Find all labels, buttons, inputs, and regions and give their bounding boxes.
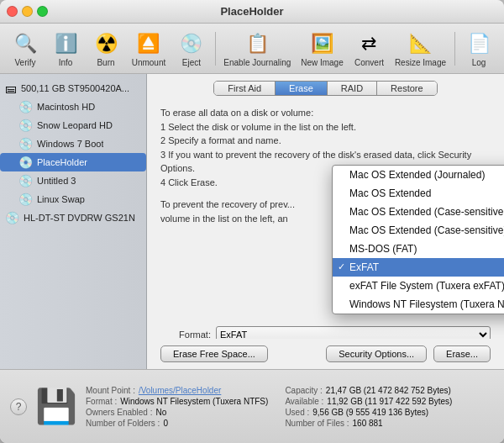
traffic-lights	[7, 6, 48, 17]
available-val: 11,92 GB (11 917 422 592 Bytes)	[327, 397, 452, 406]
sidebar-item-disk1[interactable]: 🖴 500,11 GB ST9500420A...	[0, 79, 146, 98]
enable-journaling-button[interactable]: 📋 Enable Journaling	[221, 27, 294, 71]
verify-button[interactable]: 🔍 Verify	[7, 27, 44, 71]
dropdown-item-exfat[interactable]: ExFAT	[333, 258, 504, 277]
new-image-icon: 🖼️	[308, 30, 335, 57]
info-columns: Mount Point : /Volumes/PlaceHolder Forma…	[86, 386, 494, 428]
erase-free-space-button[interactable]: Erase Free Space...	[160, 345, 268, 362]
available-key: Available :	[285, 397, 323, 406]
close-button[interactable]	[7, 6, 18, 17]
erase-button[interactable]: Erase...	[433, 345, 491, 362]
burn-icon: ☢️	[92, 30, 119, 57]
snow-leopard-icon: 💿	[18, 119, 33, 132]
windows-boot-icon: 💿	[18, 137, 33, 150]
convert-icon: ⇄	[355, 30, 382, 57]
log-icon: 📄	[465, 30, 492, 57]
right-buttons: Security Options... Erase...	[326, 345, 491, 362]
sidebar-item-untitled3[interactable]: 💿 Untitled 3	[0, 171, 146, 190]
unmount-button[interactable]: ⏏️ Unmount	[128, 27, 170, 71]
sidebar-linux-swap-label: Linux Swap	[37, 194, 85, 204]
help-button[interactable]: ?	[10, 398, 27, 415]
dropdown-item-mac-extended-journaled[interactable]: Mac OS Extended (Journaled)	[333, 166, 504, 184]
used-key: Used :	[285, 408, 309, 417]
verify-label: Verify	[14, 58, 35, 67]
tab-group: First Aid Erase RAID Restore	[213, 81, 437, 96]
dropdown-item-ms-dos[interactable]: MS-DOS (FAT)	[333, 240, 504, 258]
placeholder-icon: 💿	[18, 156, 33, 169]
dropdown-item-exfat-tuxera[interactable]: exFAT File System (Tuxera exFAT)	[333, 277, 504, 295]
security-options-button[interactable]: Security Options...	[326, 345, 427, 362]
sidebar-disk1-label: 500,11 GB ST9500420A...	[21, 83, 129, 93]
sidebar-placeholder-label: PlaceHolder	[37, 157, 87, 167]
resize-image-button[interactable]: 📐 Resize Image	[391, 27, 449, 71]
disk-large-icon: 💾	[35, 387, 77, 426]
tab-restore[interactable]: Restore	[377, 82, 437, 95]
folders-key: Number of Folders :	[86, 419, 160, 428]
log-label: Log	[472, 58, 486, 67]
macintosh-hd-icon: 💿	[18, 100, 33, 113]
sidebar: 🖴 500,11 GB ST9500420A... 💿 Macintosh HD…	[0, 74, 147, 369]
sidebar-item-placeholder[interactable]: 💿 PlaceHolder	[0, 153, 146, 171]
files-row: Number of Files : 160 881	[285, 419, 452, 428]
resize-image-icon: 📐	[407, 30, 433, 57]
mount-point-val[interactable]: /Volumes/PlaceHolder	[139, 386, 221, 395]
unmount-icon: ⏏️	[135, 30, 162, 57]
sidebar-snow-leopard-label: Snow Leopard HD	[37, 120, 113, 130]
log-button[interactable]: 📄 Log	[460, 27, 497, 71]
eject-button[interactable]: 💿 Eject	[173, 27, 210, 71]
tab-erase[interactable]: Erase	[276, 82, 328, 95]
tab-raid[interactable]: RAID	[328, 82, 377, 95]
folders-val: 0	[163, 419, 168, 428]
info-col-right: Capacity : 21,47 GB (21 472 842 752 Byte…	[285, 386, 452, 428]
format-dropdown-menu[interactable]: Mac OS Extended (Journaled) Mac OS Exten…	[332, 165, 504, 314]
format-select[interactable]: ExFAT	[216, 326, 491, 339]
sidebar-dvdrw-label: HL-DT-ST DVDRW GS21N	[24, 213, 135, 223]
content-area: First Aid Erase RAID Restore To erase al…	[147, 74, 504, 369]
sidebar-item-macintosh-hd[interactable]: 💿 Macintosh HD	[0, 98, 146, 116]
sidebar-item-windows-boot[interactable]: 💿 Windows 7 Boot	[0, 134, 146, 153]
enable-journaling-icon: 📋	[244, 30, 270, 57]
main-area: 🖴 500,11 GB ST9500420A... 💿 Macintosh HD…	[0, 74, 504, 369]
eject-icon: 💿	[178, 30, 205, 57]
folders-row: Number of Folders : 0	[86, 419, 268, 428]
enable-journaling-label: Enable Journaling	[223, 58, 291, 67]
new-image-button[interactable]: 🖼️ New Image	[297, 27, 347, 71]
panel-buttons: Erase Free Space... Security Options... …	[147, 339, 504, 369]
info-icon: ℹ️	[52, 30, 79, 57]
dropdown-item-ntfs-tuxera[interactable]: Windows NT Filesystem (Tuxera NTFS)	[333, 295, 504, 314]
untitled3-icon: 💿	[18, 174, 33, 187]
burn-label: Burn	[97, 58, 114, 67]
mount-point-row: Mount Point : /Volumes/PlaceHolder	[86, 386, 268, 395]
capacity-val: 21,47 GB (21 472 842 752 Bytes)	[326, 386, 451, 395]
sidebar-item-dvdrw[interactable]: 💿 HL-DT-ST DVDRW GS21N	[0, 208, 146, 227]
info-button[interactable]: ℹ️ Info	[47, 27, 84, 71]
toolbar-separator-2	[454, 32, 455, 66]
unmount-label: Unmount	[132, 58, 166, 67]
eject-label: Eject	[182, 58, 201, 67]
sidebar-untitled3-label: Untitled 3	[37, 176, 76, 186]
owners-row: Owners Enabled : No	[86, 408, 268, 417]
files-key: Number of Files :	[285, 419, 349, 428]
minimize-button[interactable]	[22, 6, 33, 17]
mount-point-key: Mount Point :	[86, 386, 135, 395]
owners-key: Owners Enabled :	[86, 408, 153, 417]
burn-button[interactable]: ☢️ Burn	[87, 27, 124, 71]
files-val: 160 881	[353, 419, 383, 428]
format-info-val: Windows NT Filesystem (Tuxera NTFS)	[120, 397, 268, 406]
window-title: PlaceHolder	[220, 5, 283, 18]
toolbar: 🔍 Verify ℹ️ Info ☢️ Burn ⏏️ Unmount 💿 Ej…	[0, 24, 504, 74]
sidebar-item-linux-swap[interactable]: 💿 Linux Swap	[0, 190, 146, 208]
owners-val: No	[156, 408, 167, 417]
tab-first-aid[interactable]: First Aid	[214, 82, 276, 95]
format-info-key: Format :	[86, 397, 117, 406]
maximize-button[interactable]	[37, 6, 48, 17]
dvdrw-icon: 💿	[5, 211, 19, 224]
dropdown-item-mac-extended-cs[interactable]: Mac OS Extended (Case-sensitive)	[333, 221, 504, 240]
used-row: Used : 9,56 GB (9 555 419 136 Bytes)	[285, 408, 452, 417]
convert-label: Convert	[354, 58, 384, 67]
resize-image-label: Resize Image	[395, 58, 446, 67]
convert-button[interactable]: ⇄ Convert	[350, 27, 388, 71]
dropdown-item-mac-extended-cs-journaled[interactable]: Mac OS Extended (Case-sensitive, Journal…	[333, 203, 504, 221]
sidebar-item-snow-leopard[interactable]: 💿 Snow Leopard HD	[0, 116, 146, 134]
dropdown-item-mac-extended[interactable]: Mac OS Extended	[333, 184, 504, 203]
